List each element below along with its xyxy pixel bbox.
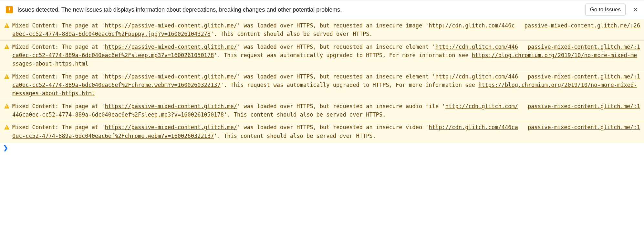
close-icon[interactable]: ✕ [630, 5, 641, 15]
banner-text: Issues detected. The new Issues tab disp… [17, 6, 581, 13]
svg-rect-3 [6, 48, 7, 48]
svg-rect-6 [6, 105, 7, 107]
message-text: Mixed Content: The page at ' [12, 73, 105, 80]
svg-rect-7 [6, 107, 7, 108]
message-text: ' was loaded over HTTPS, but requested a… [237, 22, 429, 29]
console-prompt[interactable]: ❯ [0, 142, 644, 153]
console-warning-row: passive-mixed-content.glitch.me/:1Mixed … [0, 70, 644, 100]
svg-rect-5 [6, 77, 7, 78]
svg-rect-4 [6, 76, 7, 77]
source-link[interactable]: passive-mixed-content.glitch.me/:1 [528, 102, 640, 110]
message-text: ' was loaded over HTTPS, but requested a… [237, 124, 429, 130]
warning-triangle-icon [4, 44, 10, 50]
message-body: passive-mixed-content.glitch.me/:26Mixed… [12, 21, 640, 38]
source-link[interactable]: passive-mixed-content.glitch.me/:1 [528, 123, 640, 131]
console-messages: passive-mixed-content.glitch.me/:26Mixed… [0, 19, 644, 142]
message-text: ' was loaded over HTTPS, but requested a… [237, 73, 435, 80]
message-text: Mixed Content: The page at ' [12, 103, 105, 109]
console-warning-row: passive-mixed-content.glitch.me/:1Mixed … [0, 41, 644, 70]
message-text: '. This request was automatically upgrad… [214, 52, 472, 58]
message-body: passive-mixed-content.glitch.me/:1Mixed … [12, 43, 640, 68]
message-text: '. This content should also be served ov… [224, 111, 386, 118]
svg-rect-2 [6, 46, 7, 47]
issues-banner: ! Issues detected. The new Issues tab di… [0, 0, 644, 19]
console-warning-row: passive-mixed-content.glitch.me/:1Mixed … [0, 121, 644, 142]
svg-rect-9 [6, 129, 7, 129]
svg-rect-0 [6, 25, 7, 26]
message-link[interactable]: https://passive-mixed-content.glitch.me/ [105, 73, 237, 80]
go-to-issues-button[interactable]: Go to Issues [585, 4, 626, 16]
console-warning-row: passive-mixed-content.glitch.me/:1Mixed … [0, 100, 644, 121]
console-warning-row: passive-mixed-content.glitch.me/:26Mixed… [0, 19, 644, 41]
message-link[interactable]: https://passive-mixed-content.glitch.me/ [105, 124, 237, 130]
message-body: passive-mixed-content.glitch.me/:1Mixed … [12, 72, 640, 98]
message-text: '. This content should also be served ov… [211, 31, 373, 37]
chevron-right-icon: ❯ [3, 145, 8, 151]
message-body: passive-mixed-content.glitch.me/:1Mixed … [12, 123, 640, 140]
message-body: passive-mixed-content.glitch.me/:1Mixed … [12, 102, 640, 119]
warning-triangle-icon [4, 103, 10, 109]
message-link[interactable]: https://passive-mixed-content.glitch.me/ [105, 22, 237, 29]
message-link[interactable]: https://passive-mixed-content.glitch.me/ [105, 103, 237, 109]
warning-triangle-icon [4, 74, 10, 79]
source-link[interactable]: passive-mixed-content.glitch.me/:1 [528, 43, 640, 51]
source-link[interactable]: passive-mixed-content.glitch.me/:1 [528, 72, 640, 81]
message-text: '. This request was automatically upgrad… [221, 82, 478, 88]
message-text: '. This content should also be served ov… [214, 133, 376, 139]
svg-rect-1 [6, 26, 7, 27]
warning-triangle-icon [4, 124, 10, 130]
source-link[interactable]: passive-mixed-content.glitch.me/:26 [525, 21, 640, 30]
svg-rect-8 [6, 126, 7, 128]
warning-triangle-icon [4, 23, 10, 28]
message-text: ' was loaded over HTTPS, but requested a… [237, 103, 445, 109]
message-link[interactable]: https://passive-mixed-content.glitch.me/ [105, 44, 237, 50]
message-text: ' was loaded over HTTPS, but requested a… [237, 44, 435, 50]
alert-icon: ! [6, 6, 13, 13]
message-text: Mixed Content: The page at ' [12, 124, 105, 130]
message-text: Mixed Content: The page at ' [12, 22, 105, 29]
message-text: Mixed Content: The page at ' [12, 44, 105, 50]
